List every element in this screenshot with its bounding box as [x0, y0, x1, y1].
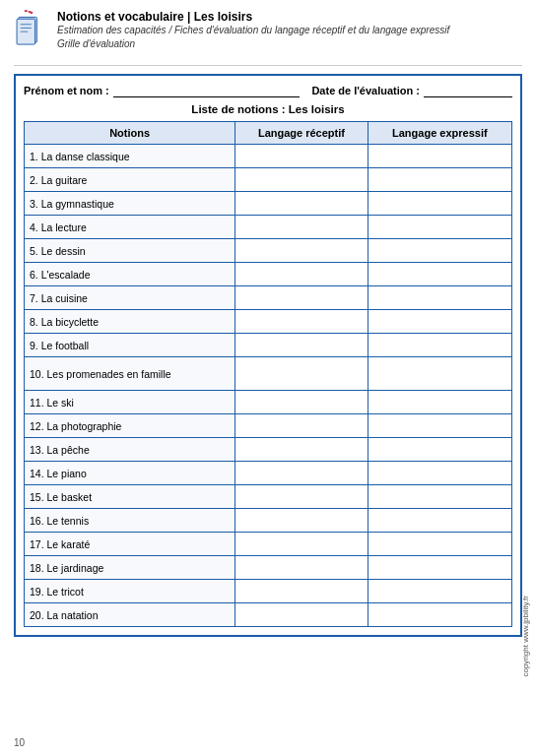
receptif-cell[interactable]: [235, 485, 368, 509]
table-row: 7. La cuisine: [25, 286, 512, 310]
header-subtitle-line1: Estimation des capacités / Fiches d'éval…: [57, 24, 522, 37]
notion-cell: 2. La guitare: [25, 168, 235, 192]
receptif-cell[interactable]: [235, 263, 368, 286]
col-header-receptif: Langage réceptif: [235, 122, 368, 145]
expressif-cell[interactable]: [368, 168, 511, 192]
col-header-expressif: Langage expressif: [368, 122, 511, 145]
receptif-cell[interactable]: [235, 357, 368, 391]
expressif-cell[interactable]: [368, 239, 511, 263]
notion-cell: 3. La gymnastique: [25, 192, 235, 216]
notion-cell: 9. Le football: [25, 334, 235, 357]
expressif-cell[interactable]: [368, 192, 511, 216]
notion-cell: 17. Le karaté: [25, 533, 235, 556]
receptif-cell[interactable]: [235, 414, 368, 438]
table-row: 12. La photographie: [25, 414, 512, 438]
notion-cell: 12. La photographie: [25, 414, 235, 438]
table-row: 5. Le dessin: [25, 239, 512, 263]
expressif-cell[interactable]: [368, 391, 511, 414]
receptif-cell[interactable]: [235, 509, 368, 533]
notion-cell: 18. Le jardinage: [25, 556, 235, 580]
expressif-cell[interactable]: [368, 580, 511, 603]
notion-cell: 20. La natation: [25, 603, 235, 627]
table-row: 13. La pêche: [25, 438, 512, 462]
header-text: Notions et vocabulaire | Les loisirs Est…: [57, 10, 522, 51]
receptif-cell[interactable]: [235, 239, 368, 263]
date-label: Date de l'évaluation :: [311, 85, 420, 96]
page-number: 10: [14, 737, 25, 748]
receptif-cell[interactable]: [235, 216, 368, 239]
table-row: 11. Le ski: [25, 391, 512, 414]
table-row: 8. La bicyclette: [25, 310, 512, 334]
expressif-cell[interactable]: [368, 286, 511, 310]
receptif-cell[interactable]: [235, 168, 368, 192]
receptif-cell[interactable]: [235, 310, 368, 334]
page: Notions et vocabulaire | Les loisirs Est…: [0, 0, 536, 756]
receptif-cell[interactable]: [235, 438, 368, 462]
notion-cell: 15. Le basket: [25, 485, 235, 509]
prenom-label: Prénom et nom :: [24, 85, 109, 96]
table-row: 6. L'escalade: [25, 263, 512, 286]
expressif-cell[interactable]: [368, 414, 511, 438]
receptif-cell[interactable]: [235, 533, 368, 556]
notion-cell: 4. La lecture: [25, 216, 235, 239]
table-row: 15. Le basket: [25, 485, 512, 509]
receptif-cell[interactable]: [235, 334, 368, 357]
receptif-cell[interactable]: [235, 580, 368, 603]
expressif-cell[interactable]: [368, 533, 511, 556]
expressif-cell[interactable]: [368, 334, 511, 357]
header-title: Notions et vocabulaire | Les loisirs: [57, 10, 522, 24]
col-header-notions: Notions: [25, 122, 235, 145]
receptif-cell[interactable]: [235, 462, 368, 485]
header: Notions et vocabulaire | Les loisirs Est…: [14, 10, 522, 66]
table-row: 17. Le karaté: [25, 533, 512, 556]
expressif-cell[interactable]: [368, 462, 511, 485]
notion-cell: 5. Le dessin: [25, 239, 235, 263]
expressif-cell[interactable]: [368, 310, 511, 334]
table-row: 9. Le football: [25, 334, 512, 357]
table-row: 16. Le tennis: [25, 509, 512, 533]
notion-cell: 13. La pêche: [25, 438, 235, 462]
table-row: 18. Le jardinage: [25, 556, 512, 580]
expressif-cell[interactable]: [368, 603, 511, 627]
expressif-cell[interactable]: [368, 216, 511, 239]
notion-cell: 19. Le tricot: [25, 580, 235, 603]
receptif-cell[interactable]: [235, 286, 368, 310]
form-row: Prénom et nom : Date de l'évaluation :: [24, 84, 512, 97]
expressif-cell[interactable]: [368, 556, 511, 580]
table-row: 3. La gymnastique: [25, 192, 512, 216]
receptif-cell[interactable]: [235, 145, 368, 168]
notion-cell: 6. L'escalade: [25, 263, 235, 286]
prenom-field[interactable]: [113, 84, 301, 97]
notion-cell: 8. La bicyclette: [25, 310, 235, 334]
notion-cell: 1. La danse classique: [25, 145, 235, 168]
table-row: 2. La guitare: [25, 168, 512, 192]
receptif-cell[interactable]: [235, 192, 368, 216]
copyright: copyright www.jpbility.fr: [521, 596, 530, 677]
table-row: 10. Les promenades en famille: [25, 357, 512, 391]
expressif-cell[interactable]: [368, 145, 511, 168]
expressif-cell[interactable]: [368, 357, 511, 391]
table-row: 4. La lecture: [25, 216, 512, 239]
header-icon: [14, 10, 49, 59]
expressif-cell[interactable]: [368, 263, 511, 286]
main-content: Prénom et nom : Date de l'évaluation : L…: [14, 74, 522, 637]
table-header-row: Notions Langage réceptif Langage express…: [25, 122, 512, 145]
header-subtitle-line2: Grille d'évaluation: [57, 37, 522, 51]
table-row: 20. La natation: [25, 603, 512, 627]
notion-cell: 11. Le ski: [25, 391, 235, 414]
table-row: 19. Le tricot: [25, 580, 512, 603]
table-row: 14. Le piano: [25, 462, 512, 485]
notion-cell: 14. Le piano: [25, 462, 235, 485]
date-field[interactable]: [424, 84, 512, 97]
table-row: 1. La danse classique: [25, 145, 512, 168]
receptif-cell[interactable]: [235, 556, 368, 580]
notion-cell: 16. Le tennis: [25, 509, 235, 533]
expressif-cell[interactable]: [368, 438, 511, 462]
expressif-cell[interactable]: [368, 485, 511, 509]
receptif-cell[interactable]: [235, 603, 368, 627]
expressif-cell[interactable]: [368, 509, 511, 533]
receptif-cell[interactable]: [235, 391, 368, 414]
notion-cell: 7. La cuisine: [25, 286, 235, 310]
notions-table: Notions Langage réceptif Langage express…: [24, 121, 512, 627]
notion-cell: 10. Les promenades en famille: [25, 357, 235, 391]
